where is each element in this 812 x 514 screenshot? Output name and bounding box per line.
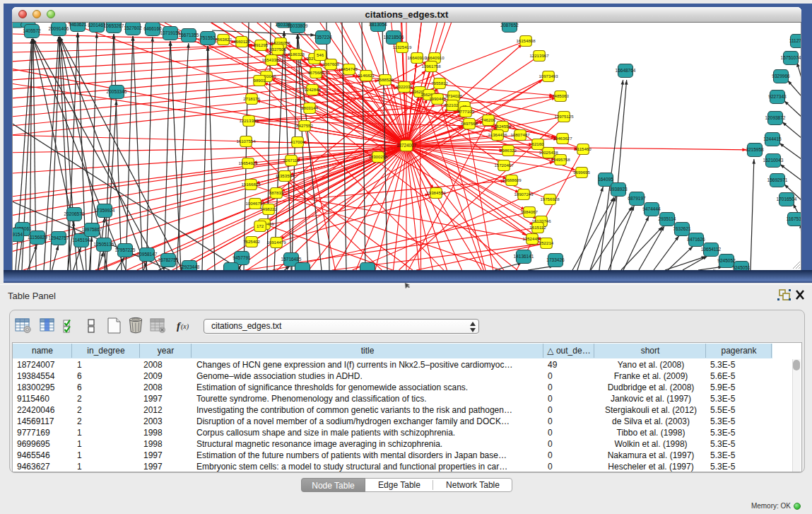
svg-text:1733426: 1733426 <box>546 257 565 262</box>
svg-text:8660124: 8660124 <box>233 39 250 44</box>
svg-text:9474444: 9474444 <box>642 206 661 211</box>
svg-text:7632621: 7632621 <box>673 226 691 231</box>
svg-text:19384554: 19384554 <box>426 190 446 195</box>
svg-text:10719155: 10719155 <box>160 30 181 35</box>
svg-text:2935114: 2935114 <box>659 216 676 221</box>
svg-text:1112753: 1112753 <box>789 38 801 43</box>
svg-text:9384067: 9384067 <box>521 209 538 214</box>
svg-text:10653267: 10653267 <box>104 23 124 28</box>
svg-text:10688609: 10688609 <box>502 177 522 182</box>
svg-text:12942757: 12942757 <box>49 235 69 240</box>
svg-text:12505135: 12505135 <box>94 242 114 247</box>
svg-text:1615112: 1615112 <box>529 225 546 230</box>
svg-text:546: 546 <box>317 52 324 57</box>
svg-text:11353594: 11353594 <box>276 173 295 178</box>
svg-text:13495758: 13495758 <box>551 157 570 162</box>
svg-text:1145194: 1145194 <box>73 238 90 243</box>
svg-text:10973493: 10973493 <box>539 74 558 78</box>
svg-text:19756928: 19756928 <box>540 197 560 201</box>
svg-text:16914479: 16914479 <box>266 240 286 245</box>
svg-text:15716485: 15716485 <box>281 257 302 262</box>
svg-text:1167534: 1167534 <box>787 216 801 221</box>
svg-text:19463627: 19463627 <box>553 136 572 141</box>
svg-text:98901: 98901 <box>254 78 266 83</box>
svg-text:3267110: 3267110 <box>283 158 300 163</box>
svg-text:62160: 62160 <box>532 141 545 146</box>
svg-text:6466160: 6466160 <box>143 26 162 31</box>
svg-text:9146821: 9146821 <box>358 73 375 78</box>
svg-text:19654925: 19654925 <box>238 160 258 165</box>
svg-text:5498222: 5498222 <box>260 206 277 211</box>
svg-text:1527602: 1527602 <box>124 25 142 30</box>
svg-text:9115460: 9115460 <box>575 146 592 151</box>
svg-text:9245052: 9245052 <box>717 258 736 263</box>
svg-text:18907249: 18907249 <box>514 192 534 197</box>
svg-text:13975125: 13975125 <box>554 114 574 119</box>
svg-text:9245051: 9245051 <box>732 265 751 270</box>
svg-text:6497568: 6497568 <box>461 121 478 126</box>
svg-text:10961758: 10961758 <box>421 64 441 69</box>
svg-text:16543382: 16543382 <box>261 57 281 62</box>
svg-text:9227343: 9227343 <box>768 94 787 99</box>
svg-text:1990443: 1990443 <box>429 96 446 101</box>
svg-text:19218506: 19218506 <box>384 35 404 40</box>
svg-text:1588520: 1588520 <box>377 77 394 82</box>
svg-text:2087652: 2087652 <box>500 23 519 28</box>
svg-text:7485063: 7485063 <box>552 93 569 98</box>
svg-text:3675685: 3675685 <box>307 70 324 75</box>
svg-text:10046758: 10046758 <box>245 201 265 206</box>
svg-text:16033809: 16033809 <box>288 23 308 28</box>
svg-text:8471626: 8471626 <box>687 237 705 242</box>
svg-text:12093872: 12093872 <box>765 115 786 120</box>
svg-text:1244415: 1244415 <box>763 136 782 141</box>
svg-text:17016504: 17016504 <box>777 197 797 201</box>
svg-text:18300295: 18300295 <box>368 154 388 159</box>
svg-text:417004: 417004 <box>290 139 305 144</box>
svg-text:9457791: 9457791 <box>233 255 251 260</box>
svg-text:746206: 746206 <box>481 117 496 122</box>
svg-text:16107554: 16107554 <box>236 139 256 144</box>
svg-text:9699695: 9699695 <box>573 170 590 175</box>
svg-text:19166825: 19166825 <box>241 182 261 187</box>
svg-text:9329966: 9329966 <box>772 74 790 78</box>
svg-text:20091406: 20091406 <box>49 26 69 31</box>
svg-text:6879197: 6879197 <box>628 196 646 201</box>
svg-text:7663822: 7663822 <box>215 37 232 42</box>
svg-text:252214: 252214 <box>539 240 554 245</box>
svg-text:16154808: 16154808 <box>516 38 536 43</box>
svg-text:16671355: 16671355 <box>179 33 199 37</box>
svg-text:751552: 751552 <box>200 35 216 40</box>
svg-text:18724007: 18724007 <box>396 143 417 148</box>
svg-text:2718176: 2718176 <box>243 96 260 101</box>
svg-text:891295: 891295 <box>254 42 269 47</box>
svg-text:2803144: 2803144 <box>301 105 318 110</box>
svg-text:10025438: 10025438 <box>539 150 558 155</box>
svg-text:20053346: 20053346 <box>107 89 127 94</box>
svg-text:8813054: 8813054 <box>369 23 387 27</box>
svg-text:7955812: 7955812 <box>431 81 448 86</box>
svg-text:1624554: 1624554 <box>494 124 511 129</box>
svg-text:16782759: 16782759 <box>158 257 179 262</box>
svg-text:12213389: 12213389 <box>239 118 259 123</box>
svg-text:172: 172 <box>257 223 264 228</box>
svg-text:21364436: 21364436 <box>488 132 507 137</box>
svg-text:20206576: 20206576 <box>64 211 85 216</box>
svg-text:10654112: 10654112 <box>701 247 722 252</box>
svg-text:8938923: 8938923 <box>609 187 628 192</box>
svg-text:9242848: 9242848 <box>304 87 321 92</box>
svg-text:887833: 887833 <box>269 190 284 195</box>
svg-text:2986322: 2986322 <box>500 148 517 153</box>
svg-text:(x): (x) <box>181 322 189 331</box>
svg-text:7357224: 7357224 <box>314 35 332 40</box>
svg-text:10807487: 10807487 <box>510 132 530 137</box>
svg-text:19975867: 19975867 <box>82 227 102 232</box>
svg-text:16210043: 16210043 <box>763 158 784 163</box>
svg-text:11156829: 11156829 <box>28 235 47 240</box>
svg-text:16648764: 16648764 <box>616 68 636 73</box>
svg-text:14136141: 14136141 <box>514 254 534 259</box>
svg-text:8322037: 8322037 <box>396 84 413 89</box>
svg-text:3215958: 3215958 <box>746 147 764 152</box>
svg-text:15692971: 15692971 <box>767 177 788 182</box>
svg-text:9777109: 9777109 <box>457 109 474 114</box>
svg-text:9734028: 9734028 <box>445 93 462 98</box>
